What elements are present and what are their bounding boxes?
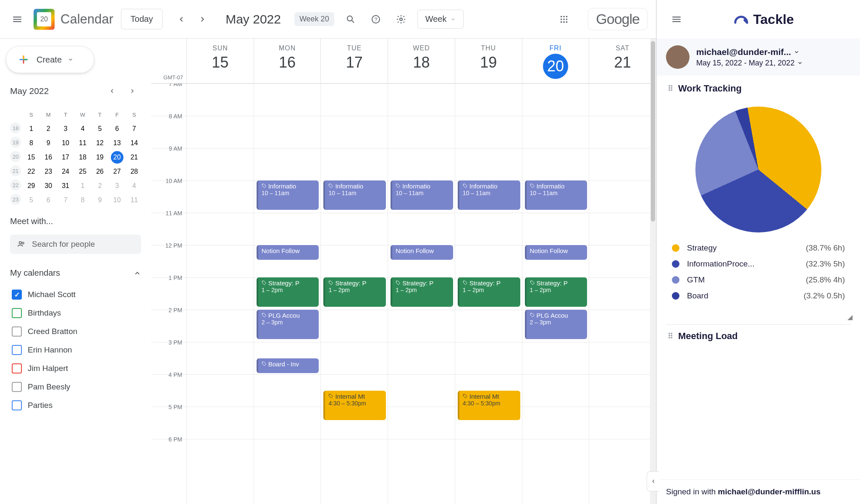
mini-day[interactable]: 6	[42, 194, 55, 206]
day-column[interactable]: Informatio10 – 11amNotion FollowStrategy…	[522, 84, 589, 504]
calendar-event[interactable]: Internal Mt4:30 – 5:30pm	[458, 391, 520, 420]
mini-day[interactable]: 11	[128, 194, 141, 206]
mini-day[interactable]: 26	[94, 165, 106, 178]
mini-day[interactable]: 15	[25, 151, 37, 164]
mini-day[interactable]: 6	[111, 123, 123, 135]
mini-day[interactable]: 9	[94, 194, 106, 206]
day-header[interactable]: SAT21	[589, 39, 656, 83]
calendar-event[interactable]: Notion Follow	[257, 245, 319, 260]
drag-handle-icon[interactable]: ⠿	[668, 332, 673, 341]
calendar-checkbox[interactable]	[12, 382, 22, 392]
resize-handle-icon[interactable]: ◢	[657, 313, 860, 321]
mini-day[interactable]: 21	[128, 151, 141, 164]
calendar-event[interactable]: Strategy: P1 – 2pm	[257, 277, 319, 307]
calendar-event[interactable]: PLG Accou2 – 3pm	[257, 310, 319, 339]
day-column[interactable]: Informatio10 – 11amNotion FollowStrategy…	[388, 84, 455, 504]
mini-day[interactable]: 30	[42, 180, 55, 192]
mini-day[interactable]: 10	[59, 137, 72, 149]
mini-next-button[interactable]	[123, 82, 141, 100]
tackle-menu-button[interactable]	[668, 10, 685, 28]
settings-button[interactable]	[392, 10, 410, 28]
help-button[interactable]: ?	[367, 10, 385, 28]
mini-calendar[interactable]: SMTWTFS181234567198910111213142015161718…	[6, 107, 145, 207]
mini-day[interactable]: 18	[76, 151, 89, 164]
calendar-event[interactable]: Informatio10 – 11am	[525, 180, 587, 210]
mini-day[interactable]: 2	[42, 123, 55, 135]
mini-day[interactable]: 3	[111, 180, 123, 192]
drag-handle-icon[interactable]: ⠿	[668, 84, 673, 93]
calendar-event[interactable]: Board - Inv	[257, 358, 319, 373]
calendar-event[interactable]: Informatio10 – 11am	[391, 180, 453, 210]
mini-day[interactable]: 9	[42, 137, 55, 149]
day-column[interactable]: Informatio10 – 11amNotion FollowStrategy…	[254, 84, 321, 504]
calendar-event[interactable]: Informatio10 – 11am	[323, 180, 386, 210]
day-column[interactable]: Informatio10 – 11amStrategy: P1 – 2pmInt…	[455, 84, 522, 504]
mini-day[interactable]: 13	[111, 137, 123, 149]
calendar-checkbox[interactable]	[12, 308, 22, 318]
calendar-event[interactable]: Internal Mt4:30 – 5:30pm	[323, 391, 386, 420]
mini-day[interactable]: 3	[59, 123, 72, 135]
calendar-checkbox[interactable]	[12, 400, 22, 410]
mini-prev-button[interactable]	[103, 82, 121, 100]
mini-day[interactable]: 11	[76, 137, 89, 149]
main-menu-button[interactable]	[8, 10, 26, 28]
day-header[interactable]: TUE17	[320, 39, 388, 83]
mini-day[interactable]: 1	[25, 123, 37, 135]
mini-day[interactable]: 10	[111, 194, 123, 206]
day-header[interactable]: SUN15	[186, 39, 254, 83]
day-header[interactable]: WED18	[388, 39, 455, 83]
mini-day[interactable]: 28	[128, 165, 141, 178]
mini-day[interactable]: 14	[128, 137, 141, 149]
chevron-up-icon[interactable]	[134, 269, 141, 277]
calendar-event[interactable]: Strategy: P1 – 2pm	[525, 277, 587, 307]
mini-day[interactable]: 8	[25, 137, 37, 149]
apps-grid-button[interactable]	[555, 10, 573, 28]
day-header[interactable]: MON16	[254, 39, 321, 83]
create-button[interactable]: Create	[6, 46, 94, 73]
day-header[interactable]: THU19	[455, 39, 522, 83]
calendar-item[interactable]: Parties	[10, 397, 141, 414]
user-email-dropdown[interactable]: michael@dunder-mif...	[696, 47, 851, 57]
calendar-event[interactable]: Informatio10 – 11am	[458, 180, 520, 210]
mini-day[interactable]: 22	[25, 165, 37, 178]
calendar-checkbox[interactable]	[12, 326, 22, 337]
calendar-checkbox[interactable]	[12, 363, 22, 373]
mini-day[interactable]: 25	[76, 165, 89, 178]
calendar-event[interactable]: Strategy: P1 – 2pm	[458, 277, 520, 307]
mini-day[interactable]: 20	[111, 151, 123, 164]
calendar-event[interactable]: Notion Follow	[525, 245, 587, 260]
calendar-checkbox[interactable]	[12, 290, 22, 300]
mini-day[interactable]: 4	[76, 123, 89, 135]
day-column[interactable]	[186, 84, 254, 504]
calendar-item[interactable]: Birthdays	[10, 305, 141, 321]
calendar-item[interactable]: Michael Scott	[10, 286, 141, 303]
calendar-event[interactable]: Strategy: P1 – 2pm	[323, 277, 386, 307]
prev-week-button[interactable]	[173, 10, 190, 28]
mini-day[interactable]: 31	[59, 180, 72, 192]
today-button[interactable]: Today	[121, 9, 163, 29]
calendar-item[interactable]: Pam Beesly	[10, 379, 141, 395]
mini-day[interactable]: 7	[59, 194, 72, 206]
search-button[interactable]	[342, 10, 359, 28]
scrollbar[interactable]	[650, 39, 656, 504]
mini-day[interactable]: 29	[25, 180, 37, 192]
mini-day[interactable]: 4	[128, 180, 141, 192]
mini-day[interactable]: 17	[59, 151, 72, 164]
mini-day[interactable]: 2	[94, 180, 106, 192]
calendar-event[interactable]: Informatio10 – 11am	[257, 180, 319, 210]
calendar-event[interactable]: Strategy: P1 – 2pm	[391, 277, 453, 307]
view-selector[interactable]: Week	[417, 10, 464, 29]
next-week-button[interactable]	[194, 10, 211, 28]
mini-day[interactable]: 16	[42, 151, 55, 164]
calendar-event[interactable]: PLG Accou2 – 3pm	[525, 310, 587, 339]
day-column[interactable]	[589, 84, 656, 504]
mini-day[interactable]: 7	[128, 123, 141, 135]
search-people-input[interactable]: Search for people	[10, 235, 141, 254]
calendar-checkbox[interactable]	[12, 345, 22, 355]
day-column[interactable]: Informatio10 – 11amStrategy: P1 – 2pmInt…	[320, 84, 388, 504]
mini-day[interactable]: 5	[94, 123, 106, 135]
mini-day[interactable]: 5	[25, 194, 37, 206]
calendar-item[interactable]: Creed Bratton	[10, 323, 141, 340]
mini-day[interactable]: 27	[111, 165, 123, 178]
google-logo[interactable]: Google	[588, 8, 648, 30]
